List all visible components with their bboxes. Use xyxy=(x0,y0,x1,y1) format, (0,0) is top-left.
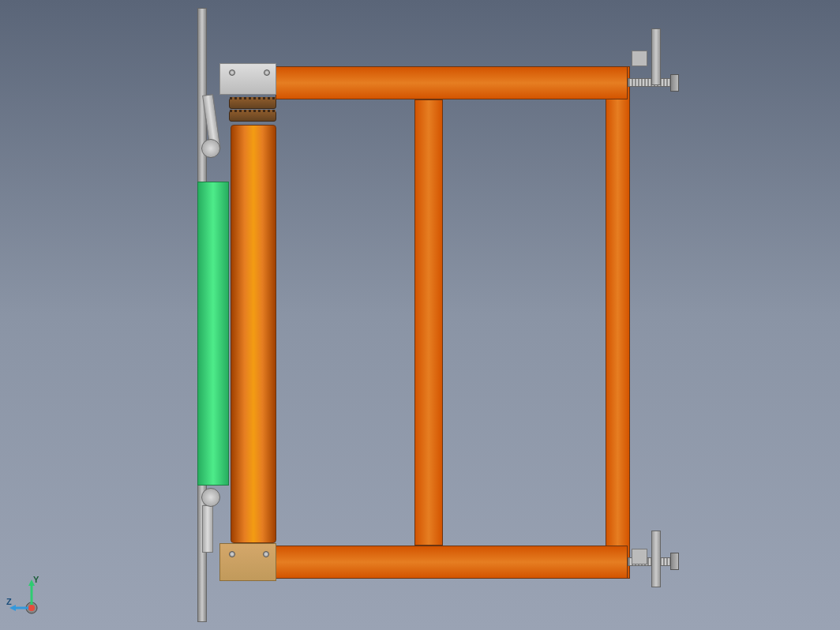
y-axis-label: Y xyxy=(33,575,39,584)
bearing-bracket-top xyxy=(219,63,276,95)
coordinate-triad: Y Z xyxy=(8,575,55,622)
sprocket-teeth xyxy=(230,97,276,99)
sprocket-lower xyxy=(229,111,276,122)
axis-triad-icon xyxy=(8,575,55,622)
linkage-arm-lower xyxy=(202,505,213,553)
frame-bottom-horizontal xyxy=(276,546,628,579)
frame-middle-vertical xyxy=(414,99,443,546)
frame-top-horizontal xyxy=(276,66,628,99)
bolt-head xyxy=(229,551,235,557)
adjusting-nut-bottom xyxy=(670,553,679,570)
bolt-head xyxy=(263,551,269,557)
bearing-bracket-bottom xyxy=(219,543,276,581)
guard-panel xyxy=(197,182,229,486)
adjusting-nut-top xyxy=(670,74,679,92)
frame-right-vertical xyxy=(606,66,630,579)
sprocket-upper xyxy=(229,98,276,109)
t-flange-bottom xyxy=(651,531,661,587)
mount-plate-bottom xyxy=(632,549,647,564)
pivot-joint-upper xyxy=(201,139,220,158)
z-axis-label: Z xyxy=(6,597,12,606)
bolt-head xyxy=(229,69,235,76)
t-flange-top xyxy=(651,28,661,85)
sprocket-teeth xyxy=(230,110,276,112)
pivot-joint-lower xyxy=(201,488,220,507)
svg-point-5 xyxy=(28,605,35,611)
mount-plate-top xyxy=(632,51,647,66)
main-roller xyxy=(231,125,276,543)
bolt-head xyxy=(264,69,270,76)
